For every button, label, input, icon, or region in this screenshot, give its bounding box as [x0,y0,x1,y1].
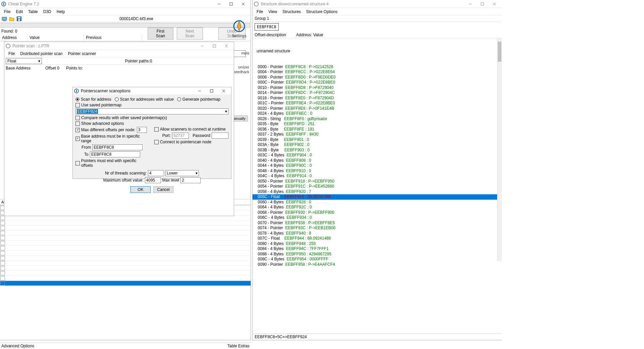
cheat-checkbox[interactable] [0,281,5,286]
radio-scan-value[interactable] [115,97,119,101]
cheat-checkbox[interactable] [0,271,5,276]
structure-row[interactable]: 0018 - Pointer EEBFF8E0 : P->F872904D [253,96,502,101]
ptr-type-combo[interactable]: Float▾ [6,58,42,64]
ptr-menu-file[interactable]: File [6,51,17,57]
structure-row[interactable]: 0078 - 4 Bytes EEBFF940 : 8 [253,231,502,236]
structure-row[interactable]: 003B - Byte EEBFF903 : 0 [253,148,502,153]
priority-combo[interactable]: Lower▾ [165,170,199,176]
open-process-icon[interactable] [1,16,7,22]
ptr-col-points[interactable]: Points to: [66,66,83,70]
radio-scan-address[interactable] [75,97,79,101]
structure-row[interactable]: 0080 - 4 Bytes EEBFF948 : 255 [253,241,502,247]
cb-allow-scanners-connect[interactable] [154,127,159,132]
cheat-checkbox[interactable] [0,226,5,230]
ptr-col-offset[interactable]: Offset 0 [45,66,66,70]
struct-menu-view[interactable]: View [266,9,280,15]
max-offset-input[interactable] [145,177,161,183]
scrollbar-thumb[interactable] [498,42,501,62]
max-level-input[interactable] [180,177,201,183]
structure-row[interactable]: 0070 - Pointer EEBFF938 : P->EEBFF8E5 [253,220,502,226]
cheat-checkbox[interactable] [0,251,5,255]
cheat-checkbox[interactable] [0,256,5,260]
port-input[interactable] [172,133,189,139]
struct-menu-options[interactable]: Structure Options [304,9,340,15]
structure-row[interactable]: 000C - Pointer EEBFF8D4 : P->022E8BE0 [253,80,502,85]
menu-file[interactable]: File [1,9,13,15]
structure-row[interactable]: 0008 - Pointer EEBFF8D0 : P->F9ED0DE0 [253,75,502,80]
structure-row[interactable]: 008C - 4 Bytes EEBFF954 : 0000FFFF [253,257,502,262]
structure-row[interactable]: 0024 - 4 Bytes EEBFF8EC : 0 [253,111,502,116]
structure-row[interactable]: 0028 - String EEBFF8F0 : gdftyrisator [253,116,502,122]
ce-logo-icon[interactable] [232,19,246,33]
structure-row[interactable]: 0088 - 4 Bytes EEBFF950 : 4294967295 [253,252,502,257]
cheat-checkbox[interactable] [0,236,5,240]
threads-input[interactable] [148,170,164,176]
cb-compare-results[interactable] [75,116,80,120]
table-extras-link[interactable]: Table Extras [227,344,250,348]
max-diff-input[interactable] [137,127,147,133]
structure-row[interactable]: 0064 - 4 Bytes EEBFF92C : 0 [253,205,502,210]
col-offset-description[interactable]: Offset-description [255,33,296,37]
structure-row[interactable]: 0035 - Byte EEBFF8FD : 251 [253,121,502,127]
structure-row[interactable]: 0020 - Pointer EEBFF8E8 : P->0F141E4B [253,106,502,111]
col-previous[interactable]: Previous [84,34,142,41]
structure-row[interactable]: 0014 - Pointer EEBFF8DC : P->F872904C [253,90,502,96]
structure-row[interactable]: 0010 - Pointer EEBFF8D8 : P->F8729040 [253,85,502,91]
open-file-icon[interactable] [9,16,15,22]
col-address-value[interactable]: Address: Value [296,33,323,37]
scrollbar-vertical[interactable] [497,38,502,261]
structure-row[interactable]: 0004 - Pointer EEBFF8CC : P->022E8E64 [253,69,502,75]
from-input[interactable] [92,144,143,150]
to-input[interactable] [90,151,140,157]
cheat-checkbox[interactable] [0,231,5,235]
cb-use-saved-pointermap[interactable] [75,103,80,107]
structure-row[interactable]: 0000 - Pointer EEBFF8C8 : P->02142528 [253,64,502,70]
minimize-button[interactable] [213,0,225,8]
structure-row[interactable]: 0040 - 4 Bytes EEBFF908 : 0 [253,158,502,163]
ok-button[interactable]: OK [130,186,151,193]
structure-row[interactable]: 0044 - 4 Bytes EEBFF90C : 0 [253,163,502,168]
structure-row[interactable]: 0074 - Pointer EEBFF93C : P->EEB1EB00 [253,226,502,231]
cheat-checkbox[interactable] [0,261,5,265]
password-input[interactable] [212,133,228,139]
cheat-checkbox[interactable] [0,266,5,270]
structure-row[interactable]: 0068 - Pointer EEBFF930 : P->EEBFF900 [253,210,502,215]
structure-row[interactable]: 0048 - 4 Bytes EEBFF910 : 0 [253,168,502,174]
ptr-menu-scanner[interactable]: Pointer scanner [65,51,99,57]
structure-row[interactable]: 007C - Float EEBFF944 : 68.09241486 [253,236,502,241]
opts-titlebar[interactable]: Pointerscanner scanoptions [73,87,231,95]
minimize-button[interactable] [196,42,208,50]
ptr-titlebar[interactable]: Pointer scan : z.PTR [4,42,234,50]
menu-help[interactable]: Help [54,9,68,15]
cheat-table[interactable] [0,205,251,292]
menu-edit[interactable]: Edit [13,9,25,15]
structure-row[interactable]: 003C - 4 Bytes EEBFF904 : 0 [253,153,502,158]
structure-row[interactable]: 0090 - Pointer EEBFF958 : P->E4AAFCF4 [253,262,502,267]
group-address-input[interactable] [255,23,279,31]
minimize-button[interactable] [464,0,476,8]
structure-row[interactable]: 0054 - Pointer EEBFF91C : P->EE452680 [253,184,502,189]
cancel-button[interactable]: Cancel [153,186,173,193]
col-value[interactable]: Value [28,34,84,41]
structure-row[interactable]: 0084 - 4 Bytes EEBFF94C : 7FF7FFF1 [253,246,502,252]
close-button[interactable] [488,0,500,8]
minimize-button[interactable] [194,87,206,95]
structure-row[interactable]: 0039 - Byte EEBFF901 : 0 [253,137,502,143]
structure-row[interactable]: 001C - Pointer EEBFF8E4 : P->022E8BE0 [253,101,502,106]
maximize-button[interactable] [208,42,220,50]
structure-row[interactable]: 0058 - 4 Bytes EEBFF920 : 7 [253,189,502,195]
menu-table[interactable]: Table [25,9,41,15]
structure-row[interactable]: 0060 - 4 Bytes EEBFF928 : 0 [253,200,502,205]
structure-list[interactable]: unnamed structure 0000 - Pointer EEBFF8C… [253,38,502,266]
cb-base-address-range[interactable] [75,137,80,141]
maximize-button[interactable] [476,0,488,8]
ptr-col-base[interactable]: Base Address [6,66,45,70]
structure-row[interactable]: 004C - 4 Bytes EEBFF914 : 0 [253,173,502,179]
address-combo[interactable]: EEBFF924 ▾ [75,108,228,114]
structure-row[interactable]: 0036 - Byte EEBFF8FE : 191 [253,127,502,132]
first-scan-button[interactable]: First Scan [148,28,173,40]
cheat-checkbox[interactable] [0,241,5,245]
structure-row[interactable]: 0037 - 2 Bytes EEBFF8FF : 8430 [253,132,502,137]
col-address[interactable]: Address [0,34,28,41]
struct-menu-file[interactable]: File [254,9,266,15]
